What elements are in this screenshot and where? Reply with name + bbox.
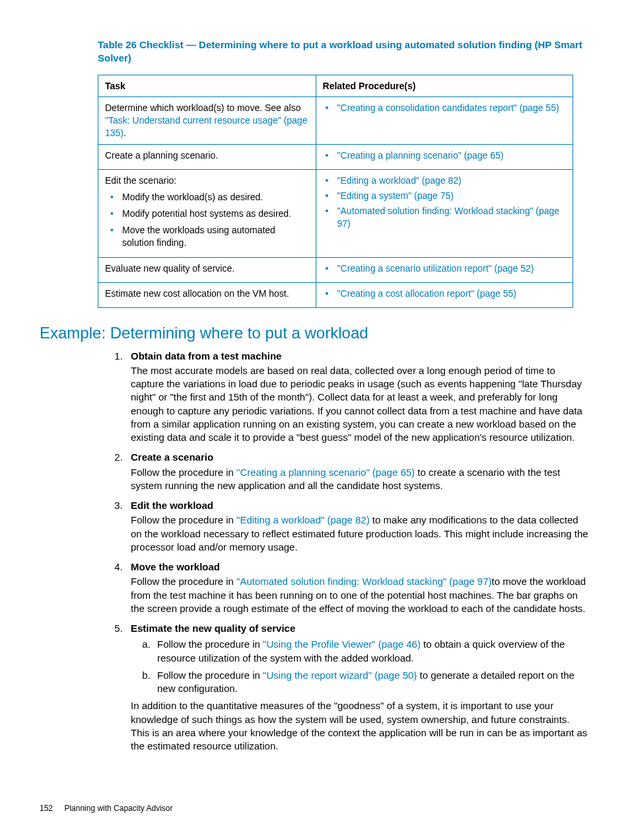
list-item: Modify the workload(s) as desired. — [120, 191, 309, 204]
text: Evaluate new quality of service. — [105, 263, 234, 274]
link[interactable]: "Editing a system" (page 75) — [337, 190, 454, 201]
link[interactable]: "Using the Profile Viewer" (page 46) — [263, 638, 421, 650]
th-task: Task — [98, 75, 316, 97]
link[interactable]: "Creating a planning scenario" (page 65) — [236, 467, 415, 478]
list-item: "Automated solution finding: Workload st… — [335, 205, 566, 230]
table-row: Estimate new cost allocation on the VM h… — [98, 283, 573, 308]
text: . — [123, 128, 126, 138]
text: Follow the procedure in — [131, 467, 236, 478]
list-item: "Creating a planning scenario" (page 65) — [335, 149, 566, 162]
link[interactable]: "Editing a workload" (page 82) — [337, 175, 462, 186]
step-title: Create a scenario — [131, 451, 590, 464]
step-body: The most accurate models are based on re… — [131, 364, 590, 445]
related-cell: "Creating a consolidation candidates rep… — [316, 97, 573, 145]
steps-list: Obtain data from a test machine The most… — [111, 350, 590, 753]
step-title: Estimate the new quality of service — [131, 622, 590, 635]
list-item: "Editing a workload" (page 82) — [335, 174, 566, 187]
table-row: Evaluate new quality of service. "Creati… — [98, 258, 573, 283]
substeps-list: Follow the procedure in "Using the Profi… — [131, 638, 590, 695]
text: Move the workloads using automated solut… — [122, 225, 275, 248]
example-heading: Example: Determining where to put a work… — [40, 323, 590, 344]
list-item: Move the workloads using automated solut… — [120, 224, 309, 249]
link[interactable]: "Using the report wizard" (page 50) — [263, 669, 417, 681]
list-item: Modify potential host systems as desired… — [120, 208, 309, 220]
step-body: Follow the procedure in "Automated solut… — [131, 575, 590, 615]
step-title: Obtain data from a test machine — [131, 350, 590, 363]
text: Determine which workload(s) to move. See… — [105, 102, 300, 113]
step-item: Obtain data from a test machine The most… — [125, 350, 590, 445]
related-cell: "Editing a workload" (page 82) "Editing … — [316, 169, 573, 257]
task-cell: Create a planning scenario. — [98, 145, 316, 170]
task-cell: Estimate new cost allocation on the VM h… — [98, 283, 316, 308]
link[interactable]: "Task: Understand current resource usage… — [105, 115, 307, 138]
list-item: "Creating a cost allocation report" (pag… — [335, 287, 566, 300]
substep-item: Follow the procedure in "Using the repor… — [153, 669, 590, 696]
text: Follow the procedure in — [131, 514, 236, 525]
list-item: "Creating a consolidation candidates rep… — [335, 102, 566, 114]
footer-text: Planning with Capacity Advisor — [64, 804, 172, 813]
page-number: 152 — [40, 804, 53, 813]
text: Modify potential host systems as desired… — [122, 208, 291, 219]
text: Edit the scenario: — [105, 174, 309, 187]
substep-item: Follow the procedure in "Using the Profi… — [153, 638, 590, 665]
step-title: Move the workload — [131, 560, 590, 574]
related-cell: "Creating a cost allocation report" (pag… — [316, 283, 573, 308]
text: In addition to the quantitative measures… — [131, 700, 587, 751]
task-cell: Determine which workload(s) to move. See… — [98, 97, 316, 145]
table-row: Determine which workload(s) to move. See… — [98, 97, 573, 145]
page-footer: 152 Planning with Capacity Advisor — [40, 803, 172, 814]
related-cell: "Creating a scenario utilization report"… — [316, 258, 573, 283]
table-row: Edit the scenario: Modify the workload(s… — [98, 169, 573, 257]
task-cell: Edit the scenario: Modify the workload(s… — [98, 169, 316, 257]
link[interactable]: "Creating a cost allocation report" (pag… — [337, 288, 516, 299]
step-item: Create a scenario Follow the procedure i… — [125, 451, 590, 492]
step-body: Follow the procedure in "Creating a plan… — [131, 466, 590, 493]
link[interactable]: "Automated solution finding: Workload st… — [236, 576, 491, 587]
text: The most accurate models are based on re… — [131, 365, 582, 443]
table-row: Create a planning scenario. "Creating a … — [98, 145, 573, 170]
link[interactable]: "Creating a consolidation candidates rep… — [337, 102, 559, 113]
step-item: Edit the workload Follow the procedure i… — [125, 499, 590, 554]
step-tail: In addition to the quantitative measures… — [131, 699, 590, 753]
text: Follow the procedure in — [157, 638, 263, 650]
step-body: Follow the procedure in "Editing a workl… — [131, 514, 590, 554]
checklist-table: Task Related Procedure(s) Determine whic… — [98, 75, 573, 309]
link[interactable]: "Editing a workload" (page 82) — [236, 514, 370, 525]
step-title: Edit the workload — [131, 499, 590, 512]
link[interactable]: "Automated solution finding: Workload st… — [337, 206, 560, 229]
list-item: "Creating a scenario utilization report"… — [335, 262, 566, 275]
table-title: Table 26 Checklist — Determining where t… — [98, 38, 590, 65]
text: Follow the procedure in — [157, 669, 263, 681]
text: Create a planning scenario. — [105, 150, 218, 161]
task-cell: Evaluate new quality of service. — [98, 258, 316, 283]
link[interactable]: "Creating a planning scenario" (page 65) — [337, 150, 504, 161]
th-related: Related Procedure(s) — [316, 75, 573, 97]
step-item: Move the workload Follow the procedure i… — [125, 560, 590, 615]
link[interactable]: "Creating a scenario utilization report"… — [337, 263, 534, 274]
text: Follow the procedure in — [131, 576, 236, 587]
text: Estimate new cost allocation on the VM h… — [105, 288, 289, 299]
text: Modify the workload(s) as desired. — [122, 192, 263, 202]
related-cell: "Creating a planning scenario" (page 65) — [316, 145, 573, 170]
page-content: Table 26 Checklist — Determining where t… — [0, 0, 630, 753]
step-item: Estimate the new quality of service Foll… — [125, 622, 590, 753]
list-item: "Editing a system" (page 75) — [335, 190, 566, 202]
